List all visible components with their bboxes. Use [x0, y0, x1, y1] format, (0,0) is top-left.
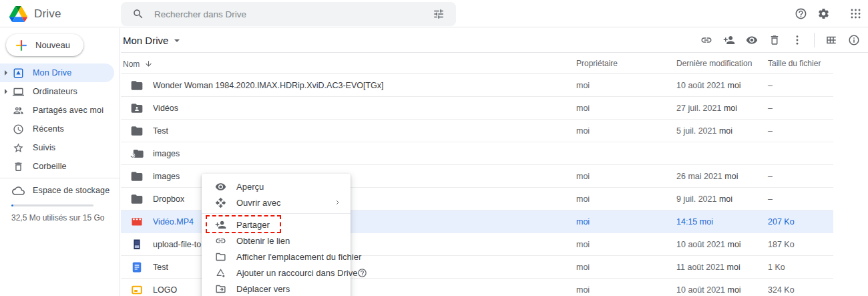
- search-bar[interactable]: [121, 2, 456, 26]
- file-row[interactable]: Testmoi5 juil. 2021 moi–: [121, 120, 833, 142]
- file-video-icon: [128, 214, 146, 229]
- menu-item-label: Aperçu: [236, 182, 264, 192]
- file-row[interactable]: Vidéosmoi27 juil. 2021 moi–: [121, 97, 833, 120]
- column-header-name[interactable]: Nom: [123, 53, 153, 74]
- file-size: 187 Ko: [768, 233, 795, 256]
- file-size: –: [768, 188, 773, 210]
- file-size: 324 Ko: [768, 279, 795, 296]
- search-input[interactable]: [154, 9, 428, 19]
- file-row[interactable]: Wonder Woman 1984.2020.IMAX.HDRip.XviD.A…: [121, 74, 833, 97]
- file-size: 207 Ko: [768, 210, 795, 233]
- sidebar-item-label: Ordinateurs: [33, 87, 77, 96]
- file-name: Vidéo.MP4: [153, 217, 194, 227]
- cloud-icon: [11, 184, 25, 197]
- expand-arrow-icon[interactable]: [0, 70, 11, 76]
- menu-item-label: Ajouter un raccourci dans Drive: [236, 268, 357, 278]
- file-owner: moi: [576, 188, 590, 210]
- open-with-icon: [214, 196, 227, 209]
- sidebar-item-recent[interactable]: Récents: [0, 120, 120, 138]
- file-owner: moi: [576, 120, 590, 142]
- file-modified: 5 juil. 2021 moi: [676, 120, 732, 142]
- delete-button[interactable]: [764, 29, 785, 51]
- get-link-button[interactable]: [696, 29, 717, 51]
- storage-usage-text: 32,5 Mo utilisés sur 15 Go: [11, 213, 120, 223]
- file-size: –: [768, 165, 773, 188]
- grid-view-button[interactable]: [821, 29, 842, 51]
- clock-icon: [11, 122, 25, 136]
- sidebar-item-label: Partagés avec moi: [33, 106, 103, 115]
- sidebar-item-my-drive[interactable]: Mon Drive: [0, 63, 114, 82]
- trash-icon: [11, 160, 25, 173]
- chevron-down-icon: [174, 39, 180, 42]
- main-header: Mon Drive: [121, 28, 868, 53]
- file-owner: moi: [576, 279, 590, 296]
- storage-progress-bar: [11, 204, 93, 206]
- menu-item-deplacer-vers[interactable]: Déplacer vers: [202, 281, 351, 296]
- preview-button[interactable]: [741, 29, 763, 51]
- column-header-modified[interactable]: Dernière modification: [676, 53, 752, 74]
- new-button-label: Nouveau: [35, 40, 70, 50]
- menu-item-partager[interactable]: Partager: [202, 216, 351, 233]
- folder-icon: [128, 169, 146, 184]
- menu-item-label: Déplacer vers: [236, 284, 290, 294]
- file-name: LOGO: [153, 285, 177, 295]
- google-apps-button[interactable]: [844, 3, 867, 25]
- sidebar-item-shared-with-me[interactable]: Partagés avec moi: [0, 101, 120, 120]
- menu-item-label: Partager: [236, 220, 270, 230]
- multicolor-plus-icon: [15, 39, 28, 52]
- file-size: 1 Ko: [768, 256, 785, 279]
- new-button[interactable]: Nouveau: [6, 34, 83, 56]
- settings-button[interactable]: [812, 3, 835, 25]
- file-size: –: [768, 97, 773, 120]
- file-size: –: [768, 74, 773, 97]
- person-add-icon: [214, 218, 227, 231]
- column-header-size[interactable]: Taille du fichier: [768, 53, 821, 74]
- breadcrumb-my-drive[interactable]: Mon Drive: [123, 35, 180, 46]
- menu-item-ajouter-raccourci[interactable]: Ajouter un raccourci dans Drive: [202, 265, 351, 281]
- folder-icon: [128, 78, 146, 93]
- file-name: images: [153, 149, 180, 158]
- file-modified: 11 août 2021 moi: [676, 256, 740, 279]
- more-actions-button[interactable]: [787, 29, 808, 51]
- info-button[interactable]: [843, 29, 865, 51]
- menu-item-obtenir-le-lien[interactable]: Obtenir le lien: [202, 233, 351, 249]
- expand-arrow-icon[interactable]: [0, 89, 11, 94]
- file-modified: 10 août 2021 moi: [676, 279, 741, 296]
- menu-item-afficher-emplacement[interactable]: Afficher l'emplacement du fichier: [202, 249, 351, 265]
- sidebar-divider: [0, 178, 120, 178]
- file-owner: moi: [576, 233, 590, 256]
- sidebar-item-trash[interactable]: Corbeille: [0, 157, 120, 176]
- google-drive-window: Drive: [0, 0, 868, 296]
- context-menu: AperçuOuvrir avecPartagerObtenir le lien…: [202, 174, 351, 296]
- file-modified: 10 août 2021 moi: [676, 74, 741, 97]
- file-owner: moi: [576, 97, 590, 120]
- search-icon[interactable]: [128, 3, 149, 25]
- menu-item-apercu[interactable]: Aperçu: [202, 178, 351, 194]
- file-modified: 9 juil. 2021 moi: [676, 188, 732, 210]
- file-name: Test: [153, 263, 168, 272]
- sidebar-item-storage[interactable]: Espace de stockage: [0, 181, 120, 200]
- folder-icon: [128, 192, 146, 206]
- drive-logo-home[interactable]: Drive: [9, 0, 61, 27]
- share-button[interactable]: [718, 29, 740, 51]
- menu-item-label: Ouvrir avec: [236, 198, 280, 208]
- menu-item-ouvrir-avec[interactable]: Ouvrir avec: [202, 194, 351, 210]
- file-row[interactable]: images: [121, 142, 833, 165]
- column-header-owner[interactable]: Propriétaire: [576, 53, 618, 74]
- star-icon: [11, 141, 25, 154]
- link-icon: [214, 234, 227, 247]
- help-button[interactable]: [789, 3, 812, 25]
- drive-shortcut-icon: [214, 266, 227, 279]
- sidebar-item-starred[interactable]: Suivis: [0, 138, 120, 157]
- menu-item-label: Obtenir le lien: [236, 236, 290, 246]
- file-image-icon: [128, 237, 146, 252]
- selection-toolbar: [696, 29, 865, 51]
- file-owner: moi: [576, 256, 590, 279]
- file-name: Dropbox: [153, 194, 184, 204]
- file-name: Vidéos: [153, 104, 178, 113]
- search-options-icon[interactable]: [428, 3, 449, 25]
- file-modified: 10 août 2021 moi: [676, 233, 741, 256]
- sidebar-item-computers[interactable]: Ordinateurs: [0, 82, 120, 101]
- folder-sync-icon: [128, 146, 146, 161]
- help-circle-icon[interactable]: [357, 268, 367, 278]
